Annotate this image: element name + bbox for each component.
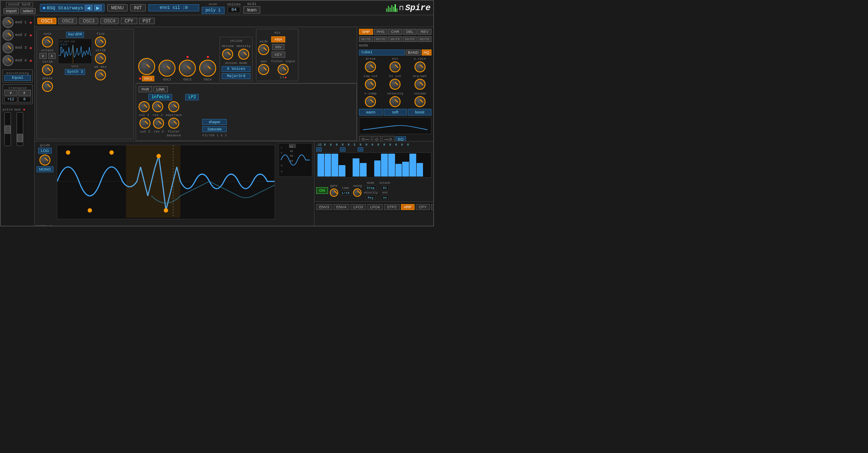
srate-knob[interactable] [415,61,426,72]
glide-knob[interactable] [39,155,50,166]
detune-knob[interactable] [222,49,233,60]
osc2-tab[interactable]: OSC2 [58,18,77,24]
fx-mute-2[interactable]: MUTE [374,36,388,42]
volume-knob[interactable] [415,96,426,107]
eq-shape-1[interactable]: ⊂— [359,136,372,141]
osc1-level-knob[interactable] [138,58,155,75]
arp-bar-10[interactable] [381,154,388,177]
arp-bar-9[interactable] [374,160,381,177]
fx-mute-1[interactable]: MUTE [359,36,373,42]
par-button[interactable]: PAR [139,86,152,92]
arp-bar-2[interactable] [325,154,331,177]
link-button[interactable]: LINK [153,86,168,92]
synth-label[interactable]: Synth 3 [65,69,85,75]
osc-copy-button[interactable]: CPY [121,18,137,24]
arp-bar-14[interactable] [409,154,416,177]
fx-band-button[interactable]: BAND [406,50,420,55]
eq-button[interactable]: EQ [395,136,406,141]
wtmix-knob[interactable] [95,69,106,80]
swing-knob[interactable] [353,188,362,197]
fine-knob[interactable] [95,36,106,47]
learn-button[interactable]: learn [243,6,260,14]
lfo4-tab[interactable]: LFO4 [367,204,383,210]
fx-mute-4[interactable]: MUTE [403,36,417,42]
octave-up[interactable]: ∧ [48,53,56,59]
density-knob[interactable] [238,49,249,60]
eq-shape-2[interactable]: ◇ [373,136,381,141]
arp-tab[interactable]: ARP [401,204,415,210]
menu-button[interactable]: MENU [107,4,127,11]
octave-down[interactable]: ∨ [39,53,47,59]
res1-knob[interactable] [152,101,163,112]
cpy-tab-right[interactable]: CPY [416,204,430,210]
mod2-knob[interactable] [3,30,14,41]
microtuning-value[interactable]: Equal [4,75,31,81]
arp-bar-15[interactable] [417,163,423,177]
env4-tab[interactable]: ENV4 [334,204,350,210]
boost-button[interactable]: boost [408,109,431,116]
arp-bar-13[interactable] [402,162,409,177]
env3-tab[interactable]: ENV3 [316,204,332,210]
unison-chord-value[interactable]: Major3rd [222,73,250,79]
osc1-tab[interactable]: OSC1 [37,18,56,24]
cut2-knob[interactable] [139,118,150,129]
bit-knob[interactable] [389,61,401,72]
fx-mode-display[interactable]: tube1 [359,50,405,55]
osc3-tab[interactable]: OSC3 [79,18,98,24]
warm-button[interactable]: warm [359,109,383,116]
osc-paste-button[interactable]: PST [139,18,155,24]
hicut-knob[interactable] [389,79,401,90]
ctrla-knob[interactable] [42,64,53,75]
velocity-arp-value[interactable]: Key [366,195,375,200]
shaper-button[interactable]: shaper [202,119,227,125]
arp-bar-4[interactable] [339,165,345,177]
mod1-knob[interactable] [3,17,14,28]
stp2-tab[interactable]: STP2 [384,204,400,210]
arp-arrow-1[interactable]: → [316,147,322,152]
osc2-level-knob[interactable] [159,60,175,77]
unison-mode-value[interactable]: 9 Voices [222,66,250,72]
osc-mode-display[interactable]: HardFM [66,32,84,38]
key-button[interactable]: KEY [272,52,285,58]
inv-button[interactable]: INV [272,44,284,50]
lowcut-knob[interactable] [365,79,376,90]
osc3-level-knob[interactable] [179,60,196,77]
filter1-type[interactable]: infecto [148,94,172,100]
patch-next-button[interactable]: ▶ [94,5,102,11]
arp-bar-12[interactable] [395,164,402,177]
patch-prev-button[interactable]: ◀ [85,5,92,11]
transpose-down-button[interactable]: ∨ [4,90,17,96]
filter-input-knob[interactable] [278,64,289,75]
osc4-level-knob[interactable] [199,60,216,77]
drive-knob[interactable] [365,61,376,72]
arp-bar-11[interactable] [388,154,395,177]
xcomp-knob[interactable] [365,96,376,107]
mod3-knob[interactable] [3,42,14,53]
init-button[interactable]: INIT [130,4,146,11]
arp-bar-3[interactable] [331,154,338,177]
keytrack-knob[interactable] [168,101,179,112]
res2-knob[interactable] [153,118,164,129]
fx-chr-tab[interactable]: CHR [388,29,402,35]
filter-balance-knob[interactable] [168,118,179,129]
arp-bar-7[interactable] [360,163,367,177]
lfo3-tab[interactable]: LFO3 [351,204,366,210]
fx-del-tab[interactable]: DEL [403,29,417,35]
phase-knob[interactable] [42,81,53,92]
mono-button[interactable]: MONO [36,166,53,172]
arp-bar-6[interactable] [353,158,359,177]
mod-slider[interactable] [17,112,23,146]
saturate-button[interactable]: Saturate [202,126,227,132]
velocity-knob[interactable] [389,96,401,107]
filter2-type[interactable]: LP2 [185,94,199,100]
arp-bar-1[interactable] [317,154,324,177]
fx-phs-tab[interactable]: PHS [374,29,388,35]
fx-rev-tab[interactable]: REV [417,29,431,35]
arp-time-value[interactable]: 1/16 [340,191,351,195]
pst-tab-right[interactable]: PST [431,204,433,210]
osc4-tab[interactable]: OSC4 [100,18,119,24]
mod4-knob[interactable] [3,55,14,66]
import-button[interactable]: import [3,8,19,14]
select-button[interactable]: select [20,8,36,14]
fx-hq-button[interactable]: HQ [422,50,432,55]
